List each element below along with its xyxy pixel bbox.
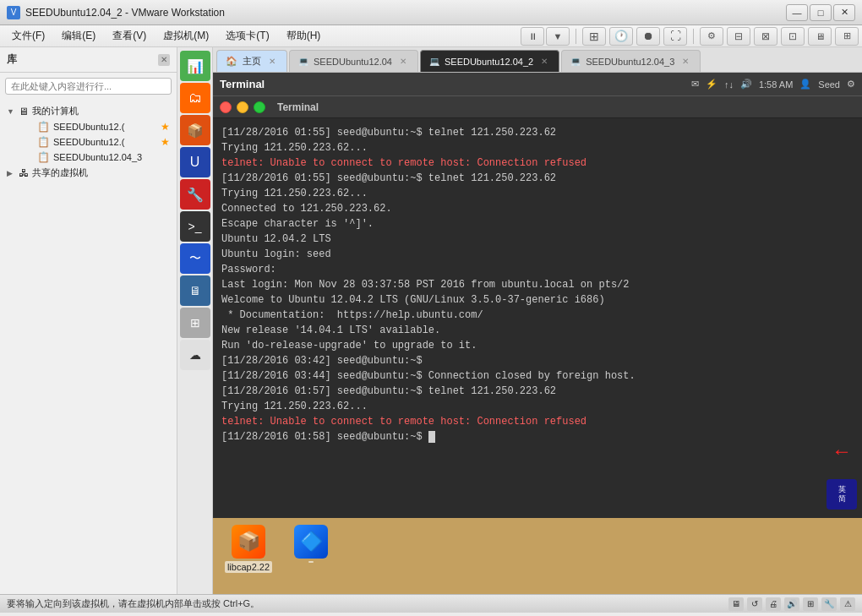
minimize-button[interactable]: — — [786, 4, 808, 21]
main-area: 库 ✕ ▼ 🖥 我的计算机 📋 SEEDUbuntu12.( ★ 📋 SEEDU… — [0, 47, 862, 594]
tab-vm1-close[interactable]: ✕ — [397, 56, 409, 68]
sidebar-title: 库 — [7, 52, 17, 67]
vm-icon5[interactable]: ⊞ — [835, 27, 859, 46]
toolbar-separator — [576, 29, 576, 44]
desktop-icon-blue[interactable]: 🔷 — [286, 525, 336, 563]
tab-vm2[interactable]: 💻 SEEDUbuntu12.04_2 ✕ — [420, 50, 559, 72]
vm3-label: SEEDUbuntu12.04_3 — [53, 152, 170, 162]
vm-icon: 📋 — [37, 121, 50, 133]
tab-vm3[interactable]: 💻 SEEDUbuntu12.04_3 ✕ — [561, 50, 701, 72]
status-icon-4[interactable]: 🔊 — [784, 597, 799, 611]
vm-icon2: 📋 — [37, 136, 50, 148]
sidebar-item-my-computer[interactable]: ▼ 🖥 我的计算机 — [3, 103, 173, 119]
tab-vm1[interactable]: 💻 SEEDUbuntu12.04 ✕ — [289, 50, 418, 72]
terminal-line: * Documentation: https://help.ubuntu.com… — [221, 308, 854, 323]
terminal-line: Connected to 121.250.223.62. — [221, 201, 854, 216]
terminal-line: New release '14.04.1 LTS' available. — [221, 323, 854, 338]
blue-label — [308, 561, 314, 563]
vm-settings-button[interactable]: ⚙ — [700, 27, 723, 46]
icon-orange[interactable]: 🗂 — [180, 83, 210, 113]
terminal-maximize-button[interactable] — [254, 101, 265, 113]
terminal-line: Escape character is '^]'. — [221, 216, 854, 232]
sidebar-close-button[interactable]: ✕ — [158, 54, 170, 66]
terminal-line: Last login: Mon Nov 28 03:37:58 PST 2016… — [221, 277, 854, 292]
icon-wave[interactable]: 〜 — [180, 243, 210, 274]
status-icon-6[interactable]: 🔧 — [821, 597, 837, 611]
vm-icon4[interactable]: 🖥 — [808, 27, 832, 46]
full-screen-button[interactable]: ⛶ — [663, 27, 687, 46]
sidebar-tree: ▼ 🖥 我的计算机 📋 SEEDUbuntu12.( ★ 📋 SEEDUbunt… — [0, 100, 177, 594]
sidebar-search-input[interactable] — [5, 78, 172, 95]
vm-icon2[interactable]: ⊠ — [754, 27, 777, 46]
toolbar-group-1: ⏸ ▼ — [521, 27, 570, 46]
sidebar-item-vm2[interactable]: 📋 SEEDUbuntu12.( ★ — [3, 134, 173, 150]
vm-icon3: 📋 — [37, 151, 50, 163]
icon-green-spreadsheet[interactable]: 📊 — [180, 51, 210, 81]
terminal-line: [11/28/2016 03:44] seed@ubuntu:~$ Connec… — [221, 368, 854, 384]
tab-vm2-close[interactable]: ✕ — [538, 56, 550, 68]
title-bar: V SEEDUbuntu12.04_2 - VMware Workstation… — [0, 0, 862, 25]
sidebar-item-vm1[interactable]: 📋 SEEDUbuntu12.( ★ — [3, 119, 173, 134]
icon-grid[interactable]: ⊞ — [180, 308, 210, 338]
tab-vm3-close[interactable]: ✕ — [679, 56, 691, 68]
icon-red[interactable]: 🔧 — [180, 179, 210, 210]
pause-button[interactable]: ⏸ — [521, 27, 544, 46]
dropdown-button[interactable]: ▼ — [546, 27, 570, 46]
tab-home[interactable]: 🏠 主页 ✕ — [216, 50, 287, 72]
terminal-line: [11/28/2016 03:42] seed@ubuntu:~$ — [221, 353, 854, 368]
tree-arrow: ▼ — [7, 107, 15, 116]
icon-terminal[interactable]: >_ — [180, 211, 210, 242]
status-icon-7[interactable]: ⚠ — [840, 597, 855, 611]
vm-icon1[interactable]: ⊟ — [727, 27, 750, 46]
vm-icon3[interactable]: ⊡ — [781, 27, 805, 46]
lang-line2: 简 — [838, 494, 846, 504]
terminal-line: Ubuntu login: seed — [221, 247, 854, 262]
tab-vm3-label: SEEDUbuntu12.04_3 — [586, 57, 674, 67]
my-computer-label: 我的计算机 — [32, 105, 170, 117]
send-ctrl-alt-del-button[interactable]: ⊞ — [582, 27, 606, 46]
tab-home-close[interactable]: ✕ — [266, 56, 278, 68]
icon-orange2[interactable]: 📦 — [180, 115, 210, 145]
status-icon-5[interactable]: ⊞ — [803, 597, 818, 611]
menu-tabs[interactable]: 选项卡(T) — [217, 26, 277, 46]
terminal-line: Trying 121.250.223.62... — [221, 186, 854, 201]
icon-blue[interactable]: U — [180, 147, 210, 177]
terminal-line: telnet: Unable to connect to remote host… — [221, 414, 854, 429]
status-icon-3[interactable]: 🖨 — [766, 597, 781, 611]
terminal-line: [11/28/2016 01:55] seed@ubuntu:~$ telnet… — [221, 125, 854, 140]
window-title: SEEDUbuntu12.04_2 - VMware Workstation — [25, 7, 225, 19]
menu-view[interactable]: 查看(V) — [104, 26, 155, 46]
status-right: ✉ ⚡ ↑↓ 🔊 1:58 AM 👤 Seed ⚙ — [691, 79, 855, 90]
sidebar: 库 ✕ ▼ 🖥 我的计算机 📋 SEEDUbuntu12.( ★ 📋 SEEDU… — [0, 47, 177, 594]
icon-white[interactable]: ☁ — [180, 340, 210, 370]
sidebar-item-shared[interactable]: ▶ 🖧 共享的虚拟机 — [3, 165, 173, 181]
sidebar-item-vm3[interactable]: 📋 SEEDUbuntu12.04_3 — [3, 150, 173, 165]
language-button[interactable]: 英 简 — [827, 479, 857, 510]
terminal-line: Run 'do-release-upgrade' to upgrade to i… — [221, 338, 854, 353]
icon-screen[interactable]: 🖥 — [180, 275, 210, 306]
terminal-minimize-button[interactable] — [237, 101, 248, 113]
vm-tabs: 🏠 主页 ✕ 💻 SEEDUbuntu12.04 ✕ 💻 SEEDUbuntu1… — [213, 47, 862, 73]
vm-status-bar: Terminal ✉ ⚡ ↑↓ 🔊 1:58 AM 👤 Seed ⚙ — [213, 73, 862, 96]
menu-vm[interactable]: 虚拟机(M) — [155, 26, 217, 46]
terminal-close-button[interactable] — [220, 101, 232, 113]
desktop-icon-libcap[interactable]: 📦 libcap2.22 — [223, 525, 274, 573]
power-button[interactable]: ⏺ — [636, 27, 660, 46]
window-controls[interactable]: — □ ✕ — [786, 4, 855, 21]
close-button[interactable]: ✕ — [833, 4, 855, 21]
menu-edit[interactable]: 编辑(E) — [53, 26, 104, 46]
terminal-line: [11/28/2016 01:55] seed@ubuntu:~$ telnet… — [221, 171, 854, 186]
toolbar-separator2 — [693, 29, 694, 44]
tab-vm1-label: SEEDUbuntu12.04 — [314, 57, 392, 67]
status-icon-2[interactable]: ↺ — [747, 597, 762, 611]
menu-bar: 文件(F) 编辑(E) 查看(V) 虚拟机(M) 选项卡(T) 帮助(H) ⏸ … — [0, 25, 862, 47]
snapshot-button[interactable]: 🕐 — [609, 27, 633, 46]
maximize-button[interactable]: □ — [810, 4, 832, 21]
menu-help[interactable]: 帮助(H) — [278, 26, 330, 46]
terminal-body[interactable]: [11/28/2016 01:55] seed@ubuntu:~$ telnet… — [213, 118, 862, 518]
shared-icon: 🖧 — [19, 167, 29, 179]
status-icon-1[interactable]: 🖥 — [728, 597, 744, 611]
settings-icon[interactable]: ⚙ — [847, 79, 855, 90]
tree-arrow2: ▶ — [7, 169, 15, 177]
menu-file[interactable]: 文件(F) — [3, 26, 53, 46]
